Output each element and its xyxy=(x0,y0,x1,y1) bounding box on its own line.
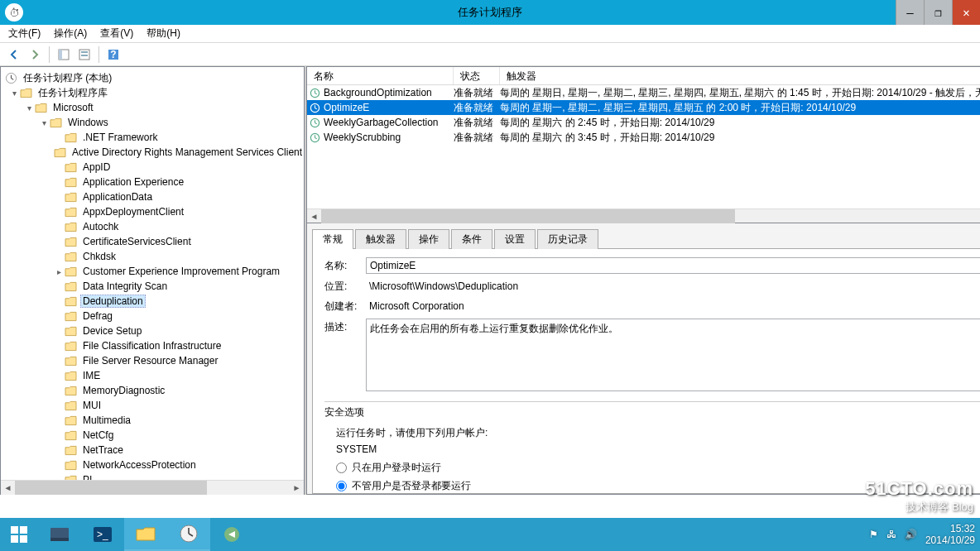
main-area: 任务计划程序 (本地)▾任务计划程序库▾Microsoft▾Windows.NE… xyxy=(0,66,980,495)
tree-item[interactable]: CertificateServicesClient xyxy=(2,234,302,249)
taskbar-server-manager[interactable] xyxy=(38,518,81,551)
task-row[interactable]: WeeklyGarbageCollection准备就绪每周的 星期六 的 2:4… xyxy=(307,115,980,130)
tree-item[interactable]: NetCfg xyxy=(2,428,302,443)
tree-item[interactable]: AppID xyxy=(2,160,302,175)
tray-network-icon[interactable]: 🖧 xyxy=(886,529,896,540)
tree-item[interactable]: Multimedia xyxy=(2,413,302,428)
tree-item[interactable]: IME xyxy=(2,368,302,383)
taskbar-task-scheduler[interactable] xyxy=(167,518,210,551)
run-as-label: 运行任务时，请使用下列用户帐户: xyxy=(336,424,980,441)
tree-item[interactable]: NetTrace xyxy=(2,443,302,458)
tree-item[interactable]: Autochk xyxy=(2,219,302,234)
tab-actions[interactable]: 操作 xyxy=(408,229,449,249)
run-as-value: SYSTEM xyxy=(336,441,980,458)
task-row[interactable]: OptimizeE准备就绪每周的 星期一, 星期二, 星期三, 星期四, 星期五… xyxy=(307,100,980,115)
menu-help[interactable]: 帮助(H) xyxy=(147,26,180,41)
taskbar-app[interactable] xyxy=(210,518,253,551)
tree-item[interactable]: Chkdsk xyxy=(2,249,302,264)
details-tabs: 常规 触发器 操作 条件 设置 历史记录 xyxy=(312,228,980,248)
forward-button[interactable] xyxy=(26,46,44,64)
tab-triggers[interactable]: 触发器 xyxy=(355,229,406,249)
radio-only-logged-on-label: 只在用户登录时运行 xyxy=(352,459,441,476)
right-pane: 名称 状态 触发器 BackgroundOptimization准备就绪每周的 … xyxy=(306,66,980,495)
tree-library[interactable]: ▾任务计划程序库 xyxy=(2,85,302,100)
tab-settings[interactable]: 设置 xyxy=(494,229,536,249)
tray-clock[interactable]: 15:32 2014/10/29 xyxy=(925,523,975,546)
tree-item[interactable]: NetworkAccessProtection xyxy=(2,458,302,472)
tab-general[interactable]: 常规 xyxy=(312,229,353,249)
tree-horizontal-scrollbar[interactable]: ◄► xyxy=(1,480,304,494)
radio-whether-logged-on-label: 不管用户是否登录都要运行 xyxy=(352,477,471,494)
titlebar: ⏱ 任务计划程序 — ❐ ✕ xyxy=(0,0,980,25)
tree-item[interactable]: Active Directory Rights Management Servi… xyxy=(2,145,302,160)
tree-item[interactable]: Deduplication xyxy=(2,294,302,309)
tasks-horizontal-scrollbar[interactable]: ◄► xyxy=(307,208,980,223)
tree-windows[interactable]: ▾Windows xyxy=(2,115,302,130)
svg-text:>_: >_ xyxy=(97,529,108,540)
menu-file[interactable]: 文件(F) xyxy=(8,26,41,41)
task-row[interactable]: WeeklyScrubbing准备就绪每周的 星期六 的 3:45 时，开始日期… xyxy=(307,130,980,145)
svg-rect-4 xyxy=(81,55,88,56)
radio-whether-logged-on[interactable] xyxy=(336,481,347,491)
svg-rect-15 xyxy=(20,535,27,543)
task-details: 常规 触发器 操作 条件 设置 历史记录 名称: 位置: \Microsoft\… xyxy=(307,223,980,494)
label-author: 创建者: xyxy=(324,299,366,314)
tree-item[interactable]: Application Experience xyxy=(2,175,302,189)
tree-item[interactable]: ApplicationData xyxy=(2,189,302,204)
clock-icon xyxy=(307,132,322,143)
clock-icon xyxy=(307,88,322,98)
tree-item[interactable]: Device Setup xyxy=(2,323,302,338)
column-trigger[interactable]: 触发器 xyxy=(500,67,980,84)
back-button[interactable] xyxy=(5,46,23,64)
column-state[interactable]: 状态 xyxy=(454,67,500,84)
tab-history[interactable]: 历史记录 xyxy=(537,229,598,249)
tree-item[interactable]: MUI xyxy=(2,398,302,413)
tree-item[interactable]: File Server Resource Manager xyxy=(2,353,302,368)
label-name: 名称: xyxy=(324,259,366,273)
tree-item[interactable]: PI xyxy=(2,472,302,480)
close-button[interactable]: ✕ xyxy=(952,0,980,25)
svg-rect-14 xyxy=(11,535,18,543)
svg-text:?: ? xyxy=(110,49,116,60)
show-hide-tree-button[interactable] xyxy=(55,46,73,64)
maximize-button[interactable]: ❐ xyxy=(924,0,952,25)
taskbar: >_ ⚑ 🖧 🔊 15:32 2014/10/29 xyxy=(0,518,980,551)
tree-item[interactable]: AppxDeploymentClient xyxy=(2,204,302,219)
clock-icon xyxy=(307,103,322,113)
task-row[interactable]: BackgroundOptimization准备就绪每周的 星期日, 星期一, … xyxy=(307,85,980,100)
svg-rect-13 xyxy=(20,526,27,534)
tray-flag-icon[interactable]: ⚑ xyxy=(869,529,878,540)
description-field[interactable] xyxy=(366,319,980,391)
clock-icon xyxy=(307,117,322,128)
menu-action[interactable]: 操作(A) xyxy=(54,26,87,41)
tree-item[interactable]: Data Integrity Scan xyxy=(2,279,302,294)
menubar: 文件(F) 操作(A) 查看(V) 帮助(H) xyxy=(0,25,980,43)
window-title: 任务计划程序 xyxy=(458,5,522,20)
app-icon: ⏱ xyxy=(5,3,23,22)
help-button[interactable]: ? xyxy=(104,46,122,64)
label-description: 描述: xyxy=(324,319,366,391)
tree-item[interactable]: ▸Customer Experience Improvement Program xyxy=(2,264,302,279)
menu-view[interactable]: 查看(V) xyxy=(100,26,133,41)
task-list: 名称 状态 触发器 BackgroundOptimization准备就绪每周的 … xyxy=(307,67,980,223)
tree-item[interactable]: MemoryDiagnostic xyxy=(2,383,302,398)
tree-item[interactable]: .NET Framework xyxy=(2,130,302,145)
tree-microsoft[interactable]: ▾Microsoft xyxy=(2,100,302,115)
tree-root[interactable]: 任务计划程序 (本地) xyxy=(2,70,302,85)
tree-item[interactable]: Defrag xyxy=(2,309,302,323)
watermark: 51CTO.com 技术博客 Blog xyxy=(865,478,973,515)
taskbar-powershell[interactable]: >_ xyxy=(81,518,124,551)
tree-item[interactable]: File Classification Infrastructure xyxy=(2,338,302,353)
start-button[interactable] xyxy=(0,518,38,551)
radio-only-logged-on[interactable] xyxy=(336,462,347,473)
tray-volume-icon[interactable]: 🔊 xyxy=(905,529,917,540)
name-field[interactable] xyxy=(366,257,980,274)
tab-conditions[interactable]: 条件 xyxy=(451,229,492,249)
system-tray[interactable]: ⚑ 🖧 🔊 15:32 2014/10/29 xyxy=(869,518,980,551)
toolbar: ? xyxy=(0,43,980,66)
taskbar-explorer[interactable] xyxy=(124,518,167,551)
properties-button[interactable] xyxy=(75,46,94,64)
label-location: 位置: xyxy=(324,280,366,294)
minimize-button[interactable]: — xyxy=(896,0,924,25)
column-name[interactable]: 名称 xyxy=(307,67,454,84)
